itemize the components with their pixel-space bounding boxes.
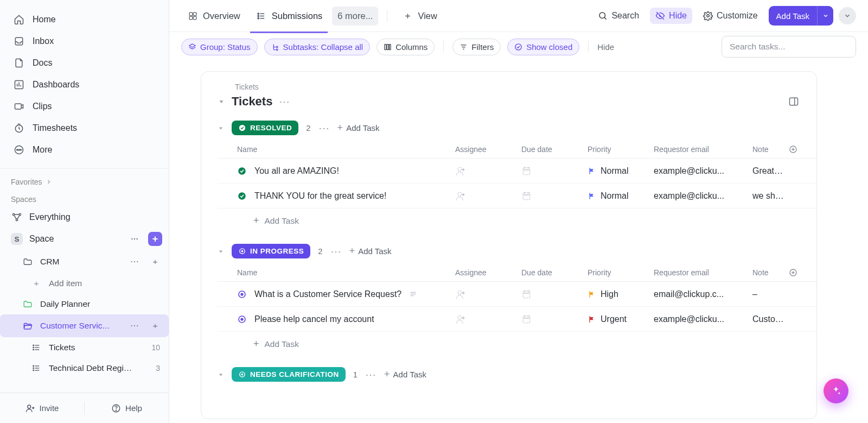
sidebar-clips[interactable]: Clips: [7, 96, 162, 117]
due-cell[interactable]: [521, 166, 588, 176]
priority-cell[interactable]: High: [588, 289, 654, 299]
group-collapse[interactable]: [218, 248, 224, 255]
side-panel-button[interactable]: [788, 96, 800, 107]
tab-overview[interactable]: Overview: [181, 5, 246, 26]
group-collapse[interactable]: [218, 371, 224, 378]
invite-button[interactable]: Invite: [0, 403, 84, 413]
row-add[interactable]: +: [148, 255, 162, 269]
add-task-button[interactable]: Add Task: [769, 6, 833, 26]
customize-button[interactable]: Customize: [698, 8, 763, 24]
group-more[interactable]: ⋯: [330, 245, 342, 258]
col-name[interactable]: Name: [218, 268, 455, 277]
tree-item[interactable]: CRM⋯+: [0, 250, 169, 273]
sidebar-timesheets[interactable]: Timesheets: [7, 117, 162, 139]
status-pill[interactable]: NEEDS CLARIFICATION: [232, 367, 346, 382]
email-cell[interactable]: example@clicku...: [654, 166, 752, 176]
tree-item[interactable]: +Add item: [0, 273, 169, 294]
group-add-task[interactable]: +Add Task: [384, 369, 426, 380]
status-pill[interactable]: IN PROGRESS: [232, 244, 310, 258]
row-more[interactable]: ⋯: [127, 255, 142, 269]
group-more[interactable]: ⋯: [365, 368, 376, 381]
add-column[interactable]: [785, 145, 801, 154]
task-row[interactable]: Please help cancel my accountUrgentexamp…: [218, 307, 816, 332]
tab-view[interactable]: View: [396, 5, 442, 26]
add-task-row[interactable]: +Add Task: [218, 332, 816, 350]
search-button[interactable]: Search: [592, 8, 644, 24]
sidebar-dashboards[interactable]: Dashboards: [7, 74, 162, 96]
col-priority[interactable]: Priority: [588, 145, 654, 154]
group-add-task[interactable]: +Add Task: [349, 245, 392, 257]
email-cell[interactable]: email@clickup.c...: [654, 289, 752, 299]
add-task-caret[interactable]: [817, 6, 833, 26]
due-cell[interactable]: [521, 314, 588, 324]
status-icon[interactable]: [237, 314, 247, 324]
email-cell[interactable]: example@clicku...: [654, 314, 752, 324]
priority-cell[interactable]: Normal: [588, 191, 654, 201]
col-email[interactable]: Requestor email: [654, 145, 752, 154]
sidebar-docs[interactable]: Docs: [7, 52, 162, 74]
tab-submissions[interactable]: Submissions: [250, 5, 328, 26]
group-add-task[interactable]: +Add Task: [337, 122, 380, 134]
col-assignee[interactable]: Assignee: [455, 268, 521, 277]
sidebar-more[interactable]: More: [7, 139, 162, 161]
help-button[interactable]: Help: [85, 403, 169, 413]
filters-chip[interactable]: Filters: [452, 39, 501, 55]
subtasks-chip[interactable]: Subtasks: Collapse all: [264, 39, 371, 55]
group-more[interactable]: ⋯: [318, 122, 330, 135]
space-more-button[interactable]: [127, 232, 142, 246]
status-icon[interactable]: [237, 166, 247, 176]
tree-item[interactable]: Tickets10: [0, 337, 169, 358]
favorites-header[interactable]: Favorites: [0, 172, 169, 190]
notes-cell[interactable]: –: [752, 289, 785, 299]
col-due[interactable]: Due date: [521, 145, 588, 154]
more-menu-button[interactable]: [839, 7, 856, 24]
ai-fab-button[interactable]: [824, 378, 848, 403]
add-task-row[interactable]: +Add Task: [218, 209, 816, 226]
tree-item[interactable]: Technical Debt Register3: [0, 358, 169, 378]
col-name[interactable]: Name: [218, 145, 455, 154]
task-row[interactable]: What is a Customer Service Request?Highe…: [218, 282, 816, 307]
email-cell[interactable]: example@clicku...: [654, 191, 752, 201]
notes-cell[interactable]: we shoul: [752, 191, 785, 201]
col-email[interactable]: Requestor email: [654, 268, 752, 277]
status-icon[interactable]: [237, 289, 247, 299]
status-icon[interactable]: [237, 191, 247, 201]
sidebar-inbox[interactable]: Inbox: [7, 30, 162, 52]
show-closed-chip[interactable]: Show closed: [507, 39, 579, 55]
search-tasks-input[interactable]: Search tasks...: [722, 36, 856, 58]
row-more[interactable]: ⋯: [127, 319, 142, 333]
col-due[interactable]: Due date: [521, 268, 588, 277]
task-row[interactable]: You all are AMAZING!Normalexample@clicku…: [218, 159, 816, 184]
sidebar-space[interactable]: S Space +: [0, 228, 169, 250]
space-add-button[interactable]: +: [148, 232, 162, 246]
task-row[interactable]: THANK YOU for the great service!Normalex…: [218, 184, 816, 209]
group-chip[interactable]: Group: Status: [181, 39, 258, 55]
group-collapse[interactable]: [218, 125, 224, 131]
tree-item[interactable]: Customer Servic...⋯+: [0, 314, 169, 337]
sidebar-home[interactable]: Home: [7, 9, 162, 30]
assignee-cell[interactable]: [455, 289, 521, 300]
row-add[interactable]: +: [148, 319, 162, 333]
hide-button[interactable]: Hide: [650, 8, 692, 24]
col-priority[interactable]: Priority: [588, 268, 654, 277]
list-collapse-button[interactable]: [218, 98, 225, 105]
add-column[interactable]: [785, 268, 801, 277]
columns-chip[interactable]: Columns: [376, 39, 435, 55]
list-more-button[interactable]: ⋯: [279, 95, 290, 108]
assignee-cell[interactable]: [455, 166, 521, 176]
notes-cell[interactable]: Great cus: [752, 166, 785, 176]
tab--more-[interactable]: 6 more...: [332, 7, 378, 26]
assignee-cell[interactable]: [455, 314, 521, 325]
due-cell[interactable]: [521, 191, 588, 201]
priority-cell[interactable]: Urgent: [588, 314, 654, 324]
col-notes[interactable]: Note: [752, 145, 785, 154]
col-assignee[interactable]: Assignee: [455, 145, 521, 154]
tree-item[interactable]: Daily Planner: [0, 294, 169, 314]
due-cell[interactable]: [521, 289, 588, 299]
priority-cell[interactable]: Normal: [588, 166, 654, 176]
assignee-cell[interactable]: [455, 191, 521, 201]
hide-link[interactable]: Hide: [597, 42, 614, 52]
sidebar-everything[interactable]: Everything: [0, 207, 169, 228]
col-notes[interactable]: Note: [752, 268, 785, 277]
status-pill[interactable]: RESOLVED: [232, 121, 298, 135]
